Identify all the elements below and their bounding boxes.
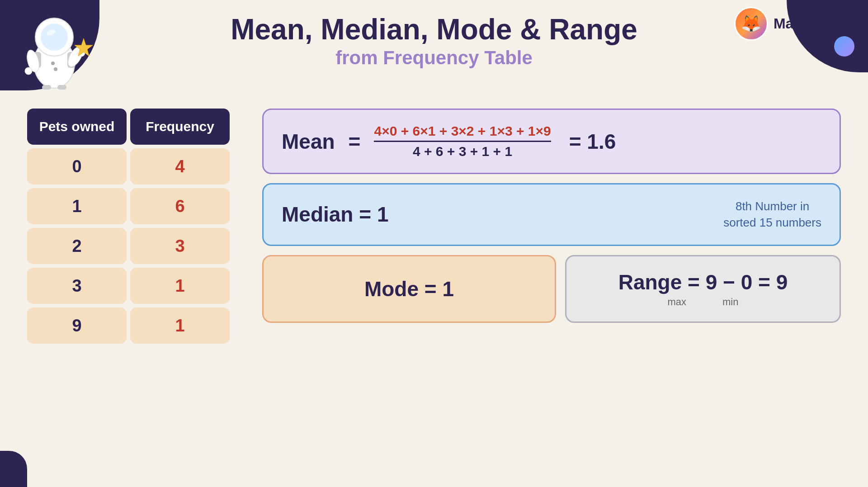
svg-rect-10 <box>42 85 51 90</box>
mean-label: Mean <box>282 129 335 154</box>
frequency-table: Pets owned Frequency 0 4 1 6 2 3 3 1 9 1 <box>27 109 244 344</box>
range-label: Range = 9 − 0 = 9 <box>618 270 788 294</box>
freq-val-4: 1 <box>130 307 230 344</box>
right-panels: Mean = 4×0 + 6×1 + 3×2 + 1×3 + 1×9 4 + 6… <box>262 109 841 323</box>
bottom-row: Mode = 1 Range = 9 − 0 = 9 max min <box>262 255 841 323</box>
logo-text: Maths Angel <box>774 15 859 32</box>
mean-box: Mean = 4×0 + 6×1 + 3×2 + 1×3 + 1×9 4 + 6… <box>262 109 841 174</box>
mean-equals: = <box>349 129 361 154</box>
astronaut-illustration <box>14 5 95 90</box>
svg-rect-11 <box>57 85 66 90</box>
median-note-line1: 8th Number in <box>723 198 821 214</box>
mean-fraction: 4×0 + 6×1 + 3×2 + 1×3 + 1×9 4 + 6 + 3 + … <box>374 123 551 159</box>
page-title: Mean, Median, Mode & Range <box>231 14 637 45</box>
table-row: 3 1 <box>27 268 244 304</box>
pets-val-3: 3 <box>27 268 127 304</box>
mode-box: Mode = 1 <box>262 255 556 323</box>
table-row: 9 1 <box>27 307 244 344</box>
range-min-label: min <box>722 296 738 308</box>
mean-result: = 1.6 <box>569 129 616 154</box>
pets-val-1: 1 <box>27 188 127 224</box>
svg-point-2 <box>41 24 68 51</box>
freq-val-1: 6 <box>130 188 230 224</box>
main-content: Pets owned Frequency 0 4 1 6 2 3 3 1 9 1… <box>27 109 841 344</box>
pets-val-0: 0 <box>27 148 127 184</box>
logo-area: 🦊 Maths Angel <box>734 7 859 41</box>
median-note-line2: sorted 15 numbers <box>723 214 821 231</box>
header: Mean, Median, Mode & Range from Frequenc… <box>231 14 637 69</box>
title-part2: Range <box>549 13 637 46</box>
pets-val-2: 2 <box>27 228 127 264</box>
corner-decoration-bottom-left <box>0 451 27 487</box>
freq-val-0: 4 <box>130 148 230 184</box>
planet-decoration <box>834 36 854 57</box>
freq-val-3: 1 <box>130 268 230 304</box>
median-box: Median = 1 8th Number in sorted 15 numbe… <box>262 183 841 246</box>
table-header-row: Pets owned Frequency <box>27 109 244 145</box>
mean-numerator: 4×0 + 6×1 + 3×2 + 1×3 + 1×9 <box>374 123 551 142</box>
range-max-label: max <box>667 296 686 308</box>
range-box: Range = 9 − 0 = 9 max min <box>565 255 841 323</box>
median-note: 8th Number in sorted 15 numbers <box>723 198 821 231</box>
col-pets-header: Pets owned <box>27 109 127 145</box>
pets-val-4: 9 <box>27 307 127 344</box>
mean-denominator: 4 + 6 + 3 + 1 + 1 <box>413 142 512 159</box>
table-row: 2 3 <box>27 228 244 264</box>
page-subtitle: from Frequency Table <box>231 47 637 69</box>
table-row: 1 6 <box>27 188 244 224</box>
title-part1: Mean, Median, Mode <box>231 13 512 46</box>
mode-label: Mode = 1 <box>364 277 454 301</box>
svg-point-13 <box>54 67 57 71</box>
logo-icon: 🦊 <box>734 7 768 41</box>
svg-point-12 <box>51 61 55 65</box>
range-sub: max min <box>667 296 738 308</box>
col-freq-header: Frequency <box>130 109 230 145</box>
median-label: Median = 1 <box>282 202 388 227</box>
svg-point-8 <box>25 67 32 75</box>
table-row: 0 4 <box>27 148 244 184</box>
freq-val-2: 3 <box>130 228 230 264</box>
